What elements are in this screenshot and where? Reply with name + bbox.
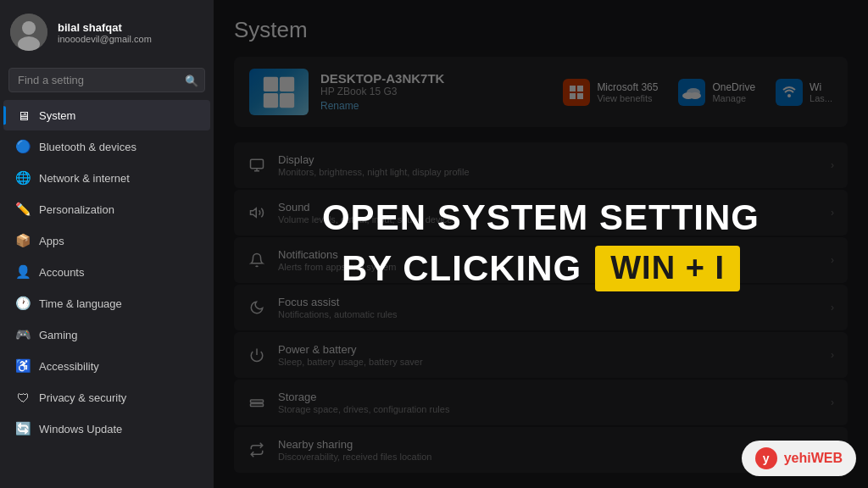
shortcut-badge: WIN + I <box>595 246 740 291</box>
brand-accent: WEB <box>811 451 843 465</box>
overlay-line2: BY CLICKING WIN + I <box>342 246 740 291</box>
sidebar: bilal shafqat inooodevil@gmail.com 🔍 🖥 S… <box>0 0 214 488</box>
nav-label-gaming: Gaming <box>39 329 78 341</box>
user-info: bilal shafqat inooodevil@gmail.com <box>58 21 152 44</box>
nav-label-bluetooth: Bluetooth & devices <box>39 141 136 153</box>
svg-point-1 <box>22 21 36 35</box>
nav-label-update: Windows Update <box>39 423 122 435</box>
sidebar-item-accounts[interactable]: 👤 Accounts <box>3 257 210 287</box>
overlay: OPEN SYSTEM SETTING BY CLICKING WIN + I <box>214 0 868 488</box>
nav-icon-gaming: 🎮 <box>15 327 31 342</box>
nav-label-network: Network & internet <box>39 172 130 185</box>
nav-label-apps: Apps <box>39 235 64 247</box>
search-box: 🔍 <box>8 68 205 92</box>
nav-icon-privacy: 🛡 <box>15 390 31 405</box>
sidebar-item-accessibility[interactable]: ♿ Accessibility <box>3 351 210 381</box>
nav-label-privacy: Privacy & security <box>39 391 126 404</box>
main-content: System DESKTOP-A3NK7TK HP ZBook 15 G3 Re… <box>214 0 868 488</box>
sidebar-item-update[interactable]: 🔄 Windows Update <box>3 413 210 444</box>
brand-text: yehiWEB <box>784 451 843 466</box>
nav-icon-network: 🌐 <box>15 170 31 186</box>
sidebar-item-time[interactable]: 🕐 Time & language <box>3 288 210 319</box>
nav-icon-apps: 📦 <box>15 233 31 248</box>
nav-label-system: System <box>39 109 75 122</box>
nav-icon-time: 🕐 <box>15 296 31 311</box>
user-profile[interactable]: bilal shafqat inooodevil@gmail.com <box>0 0 214 64</box>
overlay-text: OPEN SYSTEM SETTING BY CLICKING WIN + I <box>322 197 760 291</box>
sidebar-item-privacy[interactable]: 🛡 Privacy & security <box>3 382 210 413</box>
nav-icon-personalization: ✏️ <box>15 202 31 217</box>
nav-icon-accounts: 👤 <box>15 264 31 280</box>
sidebar-item-bluetooth[interactable]: 🔵 Bluetooth & devices <box>3 131 210 162</box>
brand-logo-icon: y <box>755 447 777 469</box>
search-icon: 🔍 <box>185 74 198 86</box>
user-email: inooodevil@gmail.com <box>58 34 152 44</box>
sidebar-item-system[interactable]: 🖥 System <box>3 100 210 130</box>
sidebar-item-network[interactable]: 🌐 Network & internet <box>3 163 210 193</box>
sidebar-item-apps[interactable]: 📦 Apps <box>3 225 210 256</box>
search-input[interactable] <box>8 68 205 92</box>
nav-label-time: Time & language <box>39 297 122 310</box>
brand-badge: y yehiWEB <box>742 441 856 476</box>
nav-icon-system: 🖥 <box>15 108 31 123</box>
overlay-line2-prefix: BY CLICKING <box>342 247 581 290</box>
sidebar-item-gaming[interactable]: 🎮 Gaming <box>3 319 210 350</box>
nav-list: 🖥 System 🔵 Bluetooth & devices 🌐 Network… <box>0 99 214 488</box>
sidebar-item-personalization[interactable]: ✏️ Personalization <box>3 194 210 225</box>
nav-label-accessibility: Accessibility <box>39 360 99 373</box>
brand-plain: yehi <box>784 451 811 465</box>
nav-icon-accessibility: ♿ <box>15 358 31 374</box>
overlay-line1: OPEN SYSTEM SETTING <box>322 197 760 239</box>
nav-label-personalization: Personalization <box>39 203 114 216</box>
nav-icon-update: 🔄 <box>15 421 31 436</box>
avatar <box>10 14 47 51</box>
nav-label-accounts: Accounts <box>39 266 84 279</box>
user-name: bilal shafqat <box>58 21 152 34</box>
nav-icon-bluetooth: 🔵 <box>15 139 31 154</box>
